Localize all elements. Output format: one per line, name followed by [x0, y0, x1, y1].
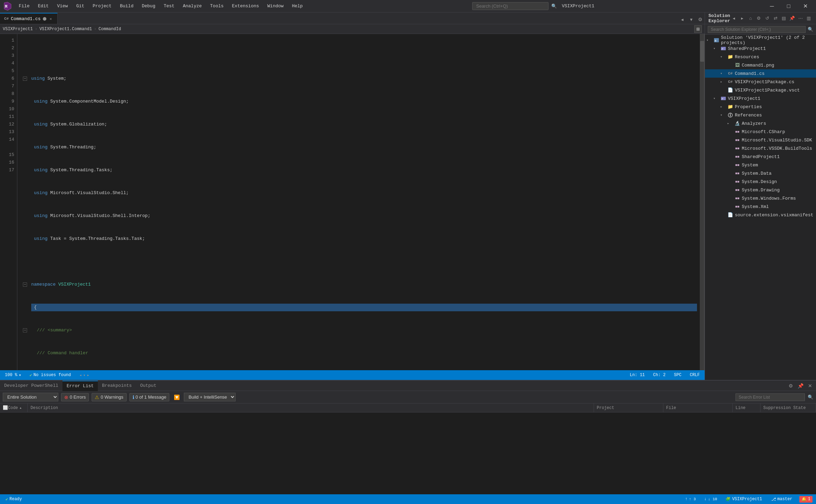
tree-system[interactable]: ■■ System — [705, 161, 816, 169]
col-project[interactable]: Project — [594, 403, 663, 412]
push-indicator[interactable]: ↑ ↑ 3 — [683, 496, 698, 502]
settings-gear[interactable]: ⚙ — [696, 15, 705, 24]
tree-sharedproject1-ref[interactable]: ■■ SharedProject1 — [705, 153, 816, 161]
fold-namespace[interactable]: − — [23, 283, 27, 287]
spc-indicator[interactable]: SPC — [673, 373, 683, 377]
menu-git[interactable]: Git — [73, 2, 88, 10]
breadcrumb-project[interactable]: VSIXProject1 — [3, 27, 33, 32]
pull-indicator[interactable]: ↓ ↓ 10 — [702, 496, 720, 502]
menu-test[interactable]: Test — [160, 2, 178, 10]
tree-vsixmanifest[interactable]: 📄 source.extension.vsixmanifest — [705, 211, 816, 219]
menu-edit[interactable]: Edit — [34, 2, 52, 10]
zoom-level[interactable]: 100 % ▾ — [3, 373, 23, 378]
split-editor-button[interactable]: ⊞ — [694, 25, 702, 33]
tab-scroll-left[interactable]: ◂ — [678, 15, 687, 24]
col-file[interactable]: File — [663, 403, 733, 412]
tree-system-data[interactable]: ■■ System.Data — [705, 169, 816, 177]
se-more-button[interactable]: ⋯ — [797, 15, 804, 22]
menu-build[interactable]: Build — [117, 2, 137, 10]
col-code[interactable]: ⬜ Code ▴ — [0, 403, 28, 412]
crlf-indicator[interactable]: CRLF — [688, 373, 701, 377]
se-tree[interactable]: ▾ S Solution 'VSIXProject1' (2 of 2 proj… — [705, 35, 816, 380]
menu-view[interactable]: View — [53, 2, 71, 10]
se-refresh-button[interactable]: ↺ — [763, 15, 771, 22]
close-button[interactable]: ✕ — [797, 1, 813, 11]
error-list-content[interactable] — [0, 412, 816, 494]
menu-window[interactable]: Window — [264, 2, 287, 10]
menu-debug[interactable]: Debug — [138, 2, 159, 10]
warnings-button[interactable]: ⚠ 0 Warnings — [92, 393, 126, 401]
se-forward-button[interactable]: ▸ — [738, 15, 746, 22]
error-search-input[interactable] — [736, 393, 805, 401]
tree-solution[interactable]: ▾ S Solution 'VSIXProject1' (2 of 2 proj… — [705, 36, 816, 44]
filter-button[interactable]: 🔽 — [172, 393, 181, 402]
tab-devpowershell[interactable]: Developer PowerShell — [0, 381, 62, 391]
issues-indicator[interactable]: ✔ No issues found — [28, 373, 72, 378]
project-indicator[interactable]: 🧩 VSIXProject1 — [723, 496, 764, 503]
tree-command1-png[interactable]: 🖼 Command1.png — [705, 61, 816, 69]
tree-vssdk-buildtools[interactable]: ■■ Microsoft.VSSDK.BuildTools — [705, 144, 816, 153]
tree-system-design[interactable]: ■■ System.Design — [705, 177, 816, 186]
panel-close-button[interactable]: ✕ — [806, 381, 815, 390]
col-line[interactable]: Line — [733, 403, 760, 412]
tree-properties[interactable]: ▸ 📁 Properties — [705, 103, 816, 111]
tree-analyzers[interactable]: ▸ 🔬 Analyzers — [705, 119, 816, 128]
se-settings-button[interactable]: ⚙ — [755, 15, 763, 22]
menu-extensions[interactable]: Extensions — [229, 2, 263, 10]
se-home-button[interactable]: ⌂ — [747, 15, 754, 22]
se-close-button[interactable]: ✕ — [813, 15, 816, 22]
tab-errorlist[interactable]: Error List — [62, 381, 98, 391]
col-suppression[interactable]: Suppression State — [760, 403, 816, 412]
menu-project[interactable]: Project — [89, 2, 115, 10]
tree-vsct[interactable]: 📄 VSIXProject1Package.vsct — [705, 86, 816, 94]
tree-system-drawing[interactable]: ■■ System.Drawing — [705, 186, 816, 194]
tree-vs-sdk[interactable]: ■■ Microsoft.VisualStudio.SDK — [705, 136, 816, 144]
se-search-input[interactable] — [708, 26, 806, 33]
error-notification[interactable]: 🔔 1 — [799, 496, 813, 503]
tree-resources-folder[interactable]: ▾ 📁 Resources — [705, 53, 816, 61]
maximize-button[interactable]: □ — [781, 1, 797, 11]
breadcrumb-class[interactable]: VSIXProject1.Command1 — [40, 27, 92, 32]
panel-pin-button[interactable]: 📌 — [796, 381, 805, 390]
editor-minimap[interactable] — [700, 34, 705, 370]
fold-comment[interactable]: − — [23, 328, 27, 332]
fold-using[interactable]: − — [23, 77, 27, 81]
menu-tools[interactable]: Tools — [207, 2, 227, 10]
menu-file[interactable]: File — [15, 2, 33, 10]
tab-close-button[interactable]: ✕ — [49, 16, 53, 21]
minimize-button[interactable]: ─ — [764, 1, 780, 11]
se-pin-button[interactable]: 📌 — [788, 15, 796, 22]
scope-select[interactable]: Entire Solution — [3, 393, 58, 401]
ch-indicator[interactable]: Ch: 2 — [652, 373, 667, 377]
code-line-11[interactable]: { — [31, 304, 697, 311]
info-icon: ℹ — [133, 394, 134, 400]
menu-analyze[interactable]: Analyze — [179, 2, 205, 10]
messages-button[interactable]: ℹ 0 of 1 Message — [129, 393, 170, 401]
tab-list-button[interactable]: ▾ — [687, 15, 696, 24]
panel-settings-button[interactable]: ⚙ — [786, 381, 795, 390]
ln-indicator[interactable]: Ln: 11 — [628, 373, 646, 377]
se-dock-button[interactable]: ▥ — [805, 15, 813, 22]
se-collapse-button[interactable]: ▤ — [780, 15, 788, 22]
filter-select[interactable]: Build + IntelliSense — [184, 393, 236, 401]
git-branch-indicator[interactable]: ⎇ master — [768, 496, 795, 503]
col-description[interactable]: Description — [28, 403, 594, 412]
tree-system-winforms[interactable]: ■■ System.Windows.Forms — [705, 194, 816, 202]
menu-help[interactable]: Help — [288, 2, 306, 10]
tree-system-xml[interactable]: ■■ System.Xml — [705, 202, 816, 211]
tab-breakpoints[interactable]: Breakpoints — [98, 381, 136, 391]
code-content[interactable]: − − − — [17, 34, 700, 370]
search-input[interactable] — [472, 2, 549, 10]
se-sync-button[interactable]: ⇄ — [772, 15, 779, 22]
breadcrumb-member[interactable]: CommandId — [99, 27, 121, 32]
tab-output[interactable]: Output — [136, 381, 161, 391]
tree-package-cs[interactable]: ▸ C# VSIXProject1Package.cs — [705, 78, 816, 86]
editor-tab-active[interactable]: C# Command1.cs ⬤ ✕ — [0, 13, 58, 24]
tree-command1-cs[interactable]: ▾ C# Command1.cs — [705, 69, 816, 78]
tree-microsoft-csharp[interactable]: ■■ Microsoft.CSharp — [705, 128, 816, 136]
errors-button[interactable]: ⊗ 0 Errors — [61, 393, 89, 401]
tree-sharedproject1[interactable]: ▾ P SharedProject1 — [705, 44, 816, 53]
se-back-button[interactable]: ◂ — [730, 15, 738, 22]
tree-references[interactable]: ▾ References — [705, 111, 816, 119]
tree-vsixproject1[interactable]: ▾ P VSIXProject1 — [705, 94, 816, 103]
